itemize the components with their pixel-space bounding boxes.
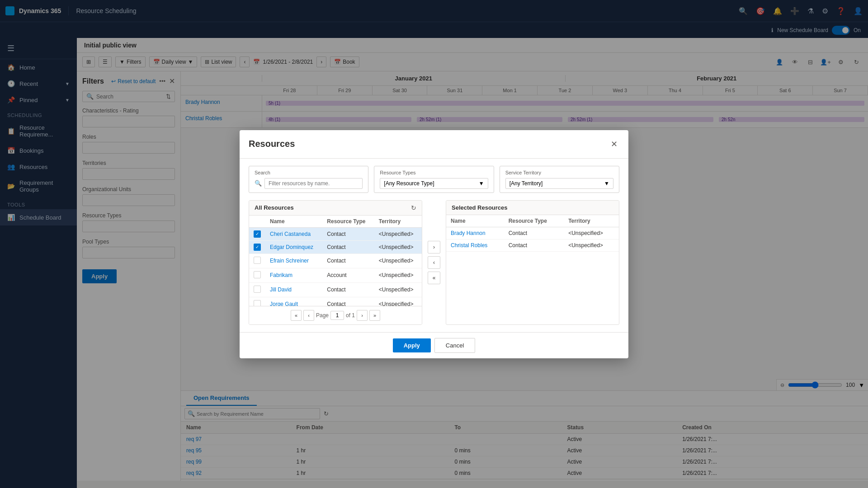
modal-search-input-wrap: 🔍 [255,178,363,189]
resource-link-fabrikam[interactable]: Fabrikam [270,272,292,278]
type-jill: Contact [322,282,374,297]
modal-apply-btn[interactable]: Apply [393,338,431,352]
unchecked-icon [254,257,261,264]
selected-resources-title: Selected Resources [452,204,508,211]
resource-link-edgar[interactable]: Edgar Dominquez [270,244,313,250]
last-page-btn[interactable]: » [369,310,380,321]
selected-resources-panel: Selected Resources Name Resource Type Te… [446,200,619,325]
resource-link-efrain[interactable]: Efrain Schreiner [270,258,309,264]
modal-resource-types-label: Resource Types [380,170,488,175]
col-sel-territory: Territory [564,215,619,227]
table-row: Fabrikam Account <Unspecified> [249,268,422,282]
modal-search-input[interactable] [264,178,363,189]
modal-cancel-btn[interactable]: Cancel [434,338,475,353]
all-resources-table: Name Resource Type Territory ✓ [249,216,422,306]
modal-footer: Apply Cancel [240,332,628,358]
type-jorge: Contact [322,297,374,306]
modal-resource-types-select[interactable]: [Any Resource Type] ▼ [380,178,488,189]
resource-link-jorge[interactable]: Jorge Gault [270,301,298,306]
next-page-btn[interactable]: › [357,310,368,321]
all-resources-title: All Resources [255,204,294,211]
checkbox-jill[interactable] [249,282,265,297]
all-resources-header: All Resources ↻ [249,201,422,216]
territory-fabrikam: <Unspecified> [374,268,422,282]
all-resources-pagination: « ‹ Page of 1 › » [249,306,422,324]
type-edgar: Contact [322,240,374,253]
modal-service-territory-select[interactable]: [Any Territory] ▼ [505,178,613,189]
table-row: Efrain Schreiner Contact <Unspecified> [249,253,422,268]
unchecked-icon-2 [254,271,261,278]
type-fabrikam: Account [322,268,374,282]
modal-service-territory-label: Service Territory [505,170,613,175]
selected-resources-table: Name Resource Type Territory Brady Hanno… [446,215,619,252]
first-page-btn[interactable]: « [291,310,302,321]
col-all-type: Resource Type [322,216,374,228]
modal-search-label: Search [255,170,363,175]
modal-service-territory-box: Service Territory [Any Territory] ▼ [500,166,619,193]
modal-search-box: Search 🔍 [249,166,368,193]
table-row: Jorge Gault Contact <Unspecified> [249,297,422,306]
type-efrain: Contact [322,253,374,268]
col-sel-type: Resource Type [504,215,564,227]
chevron-down-res-types: ▼ [479,180,484,187]
selected-resources-table-scroll: Name Resource Type Territory Brady Hanno… [446,215,619,252]
col-sel-name: Name [446,215,504,227]
refresh-all-resources-icon[interactable]: ↻ [411,204,416,211]
col-all-name: Name [265,216,322,228]
transfer-right-btn[interactable]: › [428,241,440,253]
table-row: ✓ Edgar Dominquez Contact <Unspecified> [249,240,422,253]
table-row: Christal Robles Contact <Unspecified> [446,239,619,251]
sel-territory-christal: <Unspecified> [564,239,619,251]
chevron-down-territory: ▼ [604,180,609,187]
territory-jorge: <Unspecified> [374,297,422,306]
territory-edgar: <Unspecified> [374,240,422,253]
sel-resource-link-christal[interactable]: Christal Robles [451,242,487,249]
territory-value: [Any Territory] [509,180,543,187]
transfer-all-left-btn[interactable]: « [428,272,440,284]
prev-page-btn[interactable]: ‹ [303,310,314,321]
unchecked-icon-4 [254,300,261,306]
modal-resource-types-box: Resource Types [Any Resource Type] ▼ [374,166,494,193]
checkbox-jorge[interactable] [249,297,265,306]
table-row: Jill David Contact <Unspecified> [249,282,422,297]
page-label: Page [316,312,329,319]
all-resources-table-scroll: Name Resource Type Territory ✓ [249,216,422,306]
checked-icon-2: ✓ [254,244,261,251]
selected-resources-header: Selected Resources [446,201,619,215]
of-pages-label: of 1 [346,312,355,319]
modal-title: Resources [249,139,295,149]
modal-overlay: Resources ✕ Search 🔍 Resource Types [0,0,868,488]
sel-type-christal: Contact [504,239,564,251]
resource-link-cheri[interactable]: Cheri Castaneda [270,231,311,237]
search-icon-modal: 🔍 [255,180,262,187]
col-checkbox [249,216,265,228]
table-row: Brady Hannon Contact <Unspecified> [446,227,619,239]
transfer-left-btn[interactable]: ‹ [428,256,440,269]
resources-modal: Resources ✕ Search 🔍 Resource Types [240,130,628,358]
territory-cheri: <Unspecified> [374,227,422,240]
territory-jill: <Unspecified> [374,282,422,297]
all-resources-panel: All Resources ↻ Name Resource Type Terri… [249,200,422,325]
unchecked-icon-3 [254,286,261,293]
resource-link-jill[interactable]: Jill David [270,286,292,293]
modal-close-btn[interactable]: ✕ [609,137,619,151]
col-all-territory: Territory [374,216,422,228]
checkbox-efrain[interactable] [249,253,265,268]
sel-type-brady: Contact [504,227,564,239]
checkbox-fabrikam[interactable] [249,268,265,282]
modal-header: Resources ✕ [240,130,628,159]
table-row: ✓ Cheri Castaneda Contact <Unspecified> [249,227,422,240]
territory-efrain: <Unspecified> [374,253,422,268]
modal-filter-row: Search 🔍 Resource Types [Any Resource Ty… [249,166,619,193]
type-cheri: Contact [322,227,374,240]
checked-icon: ✓ [254,230,261,238]
checkbox-cheri[interactable]: ✓ [249,227,265,240]
transfer-buttons: › ‹ « [426,200,442,325]
resource-types-value: [Any Resource Type] [384,180,434,187]
modal-body: Search 🔍 Resource Types [Any Resource Ty… [240,159,628,332]
sel-territory-brady: <Unspecified> [564,227,619,239]
page-input[interactable] [330,311,344,320]
checkbox-edgar[interactable]: ✓ [249,240,265,253]
sel-resource-link-brady[interactable]: Brady Hannon [451,230,486,236]
resources-list-area: All Resources ↻ Name Resource Type Terri… [249,200,619,325]
